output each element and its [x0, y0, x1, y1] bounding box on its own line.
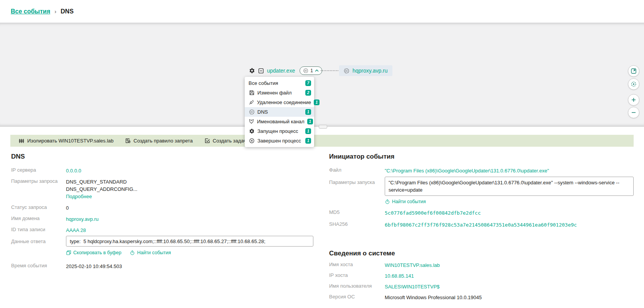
dropdown-item-label: Изменен файл [257, 90, 303, 96]
detail-label: Статус запроса [11, 204, 66, 210]
sha256-hash-link[interactable]: 6bfbf98067c2ff3f76f928c53a7e214508647351… [385, 221, 577, 229]
find-events-icon [385, 199, 390, 204]
find-events-label: Найти события [137, 250, 171, 255]
copy-to-clipboard-link[interactable]: Скопировать в буфер [66, 250, 121, 255]
task-checkbox-icon [204, 138, 210, 144]
breadcrumb-separator: › [54, 8, 56, 15]
graph-edge [321, 70, 338, 71]
breadcrumb-all-events-link[interactable]: Все события [11, 8, 50, 15]
dropdown-item-named-pipe[interactable]: Именованный канал 1 [245, 117, 314, 126]
zoom-out-button[interactable] [628, 107, 639, 118]
domain-name-link[interactable]: hqproxy.avp.ru [66, 215, 99, 223]
dropdown-item-dns[interactable]: DNS 1 [245, 107, 314, 117]
event-count: 1 [310, 68, 313, 73]
create-task-label: Создать задачу [213, 138, 249, 144]
more-details-link[interactable]: Подробнее [66, 193, 92, 200]
query-param-value: DNS_QUERY_STANDARD [66, 178, 137, 185]
dropdown-item-label: Все события [249, 80, 303, 86]
detail-row-sha256: SHA256 6bfbf98067c2ff3f76f928c53a7e21450… [329, 221, 577, 229]
dropdown-item-all-events[interactable]: Все события 7 [245, 78, 314, 88]
create-deny-rule-button[interactable]: Создать правило запрета [125, 138, 193, 144]
deny-rule-icon [125, 138, 131, 144]
gear-icon [249, 128, 255, 134]
detail-label: Имя пользователя [329, 283, 385, 289]
copy-to-clipboard-label: Скопировать в буфер [73, 250, 121, 255]
find-events-icon [130, 250, 135, 255]
dns-globe-icon [344, 68, 349, 74]
isolate-host-label: Изолировать WIN10TESTVP.sales.lab [27, 138, 114, 144]
user-name-link[interactable]: SALES\WIN10TESTVP$ [385, 283, 440, 290]
event-count-badge: 1 [305, 128, 311, 134]
section-title-dns: DNS [11, 153, 25, 161]
domain-node[interactable]: hqproxy.avp.ru [339, 65, 392, 76]
dropdown-item-file-modified[interactable]: Изменен файл 2 [245, 88, 314, 98]
detail-label: ID типа записи [11, 227, 66, 232]
detail-label: Имя хоста [329, 262, 385, 267]
detail-row-event-time: Время события 2025-02-10 10:49:54.503 [11, 263, 122, 270]
find-events-link[interactable]: Найти события [385, 199, 426, 204]
actions-toolbar: Изолировать WIN10TESTVP.sales.lab Создат… [10, 135, 634, 147]
response-data-input[interactable] [66, 236, 313, 247]
dropdown-item-label: Запущен процесс [257, 128, 303, 134]
collapse-node-icon[interactable] [258, 68, 264, 74]
detail-label: Версия ОС [329, 294, 385, 300]
named-pipe-icon [249, 119, 254, 124]
dropdown-item-process-started[interactable]: Запущен процесс 1 [245, 126, 314, 136]
dropdown-item-label: DNS [257, 109, 303, 115]
plus-icon [631, 97, 636, 103]
md5-hash-link[interactable]: 5c0776fad5900ef6f00842dfb7e2dfcc [385, 209, 481, 217]
host-ip-link[interactable]: 10.68.85.141 [385, 272, 414, 280]
detail-label: Параметры запроса [11, 178, 66, 184]
dns-globe-icon [303, 68, 308, 73]
event-time-value: 2025-02-10 10:49:54.503 [66, 263, 122, 270]
panel-resize-handle[interactable] [319, 125, 327, 129]
process-graph-panel: updater.exe 1 hqproxy.avp.ru [0, 23, 644, 127]
event-count-badge: 1 [314, 99, 320, 105]
create-deny-rule-label: Создать правило запрета [133, 138, 193, 144]
detail-label: IP хоста [329, 272, 385, 278]
isolate-host-icon [18, 138, 25, 144]
section-title-initiator: Инициатор события [329, 153, 394, 161]
ip-server-link[interactable]: 0.0.0.0 [66, 167, 81, 174]
dns-globe-icon [249, 109, 255, 115]
record-type-link[interactable]: AAAA 28 [66, 227, 86, 234]
event-count-badge: 2 [305, 90, 311, 96]
detail-label: Имя домена [11, 215, 66, 221]
event-types-dropdown: Все события 7 Изменен файл 2 Удаленное с… [245, 77, 314, 147]
target-icon [631, 81, 637, 87]
event-count-badge: 1 [305, 109, 311, 115]
isolate-host-button[interactable]: Изолировать WIN10TESTVP.sales.lab [18, 138, 114, 144]
file-path-link[interactable]: "C:\Program Files (x86)\Google\GoogleUpd… [385, 167, 549, 174]
event-count-badge: 1 [305, 138, 311, 144]
detail-row-md5: MD5 5c0776fad5900ef6f00842dfb7e2dfcc [329, 209, 481, 217]
process-node: updater.exe 1 [249, 66, 322, 76]
find-events-link[interactable]: Найти события [130, 250, 171, 255]
detail-label: SHA256 [329, 221, 385, 227]
detail-row-query-status: Статус запроса 0 [11, 204, 69, 212]
host-name-link[interactable]: WIN10TESTVP.sales.lab [385, 262, 440, 269]
center-graph-button[interactable] [628, 78, 639, 90]
process-node-label[interactable]: updater.exe [267, 68, 295, 74]
breadcrumb: Все события › DNS [0, 0, 644, 23]
detail-row-os-version: Версия ОС Microsoft Windows Professional… [329, 294, 482, 301]
chevron-up-icon [315, 70, 319, 72]
expand-icon [631, 68, 637, 74]
detail-row-domain-name: Имя домена hqproxy.avp.ru [11, 215, 99, 223]
query-status-value: 0 [66, 204, 69, 212]
detail-row-host-ip: IP хоста 10.68.85.141 [329, 272, 414, 280]
dropdown-item-process-ended[interactable]: Завершен процесс 1 [245, 136, 314, 146]
query-param-value: DNS_QUERY_ADDRCONFIG... [66, 185, 137, 193]
dropdown-item-remote-connection[interactable]: Удаленное соединение 1 [245, 98, 314, 107]
zoom-in-button[interactable] [628, 94, 639, 106]
circle-x-icon [249, 138, 255, 144]
detail-row-launch-params: Параметры запуска "C:\Program Files (x86… [329, 177, 634, 204]
find-events-label: Найти события [392, 199, 426, 204]
detail-row-ip-server: IP сервера 0.0.0.0 [11, 167, 81, 174]
detail-row-user-name: Имя пользователя SALES\WIN10TESTVP$ [329, 283, 440, 290]
detail-label: MD5 [329, 209, 385, 215]
domain-node-label[interactable]: hqproxy.avp.ru [352, 68, 388, 74]
launch-params-box[interactable]: "C:\Program Files (x86)\Google\GoogleUpd… [385, 177, 634, 196]
event-count-pill[interactable]: 1 [300, 66, 322, 75]
app-root: Все события › DNS updater.exe 1 [0, 0, 644, 308]
fit-to-screen-button[interactable] [628, 65, 639, 77]
